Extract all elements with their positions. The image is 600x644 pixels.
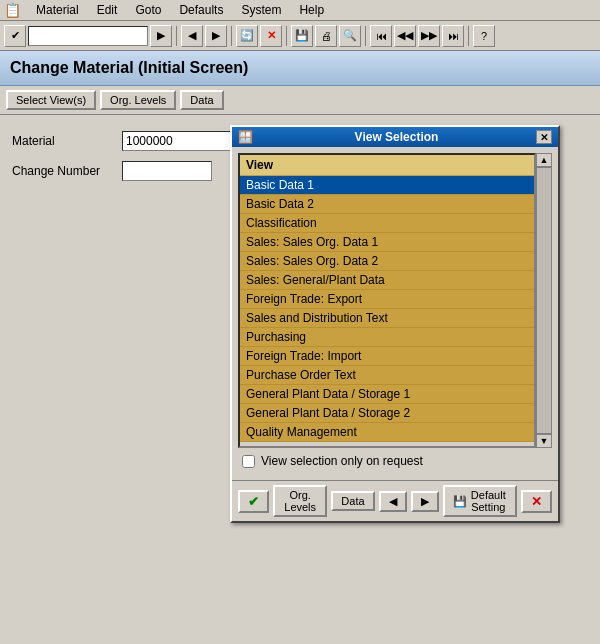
next-btn[interactable]: ▶▶: [418, 25, 440, 47]
sep4: [365, 26, 366, 46]
print-btn[interactable]: 🖨: [315, 25, 337, 47]
list-item[interactable]: General Plant Data / Storage 2: [240, 404, 534, 423]
sep5: [468, 26, 469, 46]
command-field[interactable]: [28, 26, 148, 46]
list-item[interactable]: Basic Data 1: [240, 176, 534, 195]
enter-button[interactable]: ▶: [150, 25, 172, 47]
nav-forward[interactable]: ▶: [205, 25, 227, 47]
last-btn[interactable]: ⏭: [442, 25, 464, 47]
list-item[interactable]: Classification: [240, 214, 534, 233]
list-item[interactable]: Quality Management: [240, 423, 534, 442]
list-item[interactable]: Purchase Order Text: [240, 366, 534, 385]
scroll-down-button[interactable]: ▼: [536, 434, 552, 448]
first-btn[interactable]: ⏮: [370, 25, 392, 47]
action-bar: Select View(s) Org. Levels Data: [0, 86, 600, 115]
change-number-label: Change Number: [12, 164, 122, 178]
sep3: [286, 26, 287, 46]
org-levels-button[interactable]: Org. Levels: [100, 90, 176, 110]
dialog-icon: 🪟: [238, 130, 253, 144]
list-item[interactable]: Sales: Sales Org. Data 1: [240, 233, 534, 252]
change-number-input[interactable]: [122, 161, 212, 181]
menu-goto[interactable]: Goto: [132, 2, 164, 18]
list-item[interactable]: Basic Data 2: [240, 195, 534, 214]
main-content: Material Change Number 🪟 View Selection …: [0, 115, 600, 207]
x-icon: ✕: [531, 494, 542, 509]
app-icon: 📋: [4, 2, 21, 18]
view-selection-checkbox-label[interactable]: View selection only on request: [261, 454, 423, 468]
save-small-icon: 💾: [453, 495, 467, 508]
back-button[interactable]: ✔: [4, 25, 26, 47]
view-selection-dialog: 🪟 View Selection ✕ View Basic Data 1 Bas…: [230, 125, 560, 523]
save-btn[interactable]: 💾: [291, 25, 313, 47]
list-item[interactable]: Sales: General/Plant Data: [240, 271, 534, 290]
list-item[interactable]: Purchasing: [240, 328, 534, 347]
list-item[interactable]: Sales and Distribution Text: [240, 309, 534, 328]
menu-defaults[interactable]: Defaults: [176, 2, 226, 18]
select-views-button[interactable]: Select View(s): [6, 90, 96, 110]
material-label: Material: [12, 134, 122, 148]
default-setting-button[interactable]: 💾 Default Setting: [443, 485, 517, 517]
cancel-button[interactable]: ✕: [521, 490, 552, 513]
confirm-button[interactable]: ✔: [238, 490, 269, 513]
list-item[interactable]: Foreign Trade: Export: [240, 290, 534, 309]
list-item[interactable]: General Plant Data / Storage 1: [240, 385, 534, 404]
sep1: [176, 26, 177, 46]
dialog-footer: ✔ Org. Levels Data ◀ ▶ 💾 Default Setting…: [232, 480, 558, 521]
page-up-button[interactable]: ◀: [379, 491, 407, 512]
find-btn[interactable]: 🔍: [339, 25, 361, 47]
list-item[interactable]: Foreign Trade: Import: [240, 347, 534, 366]
view-list-wrapper: View Basic Data 1 Basic Data 2 Classific…: [238, 153, 552, 448]
view-selection-checkbox[interactable]: [242, 455, 255, 468]
menu-system[interactable]: System: [238, 2, 284, 18]
help-btn[interactable]: ?: [473, 25, 495, 47]
menu-material[interactable]: Material: [33, 2, 82, 18]
dialog-titlebar: 🪟 View Selection ✕: [232, 127, 558, 147]
menu-help[interactable]: Help: [296, 2, 327, 18]
stop-btn[interactable]: ✕: [260, 25, 282, 47]
footer-data-button[interactable]: Data: [331, 491, 374, 511]
page-title: Change Material (Initial Screen): [0, 51, 600, 86]
checkmark-icon: ✔: [248, 494, 259, 509]
view-column-header: View: [240, 155, 534, 176]
scroll-up-button[interactable]: ▲: [536, 153, 552, 167]
data-button[interactable]: Data: [180, 90, 223, 110]
list-item[interactable]: Sales: Sales Org. Data 2: [240, 252, 534, 271]
default-setting-label: Default Setting: [470, 489, 507, 513]
dialog-close-button[interactable]: ✕: [536, 130, 552, 144]
menu-bar: 📋 Material Edit Goto Defaults System Hel…: [0, 0, 600, 21]
dialog-title: View Selection: [355, 130, 439, 144]
refresh-btn[interactable]: 🔄: [236, 25, 258, 47]
menu-edit[interactable]: Edit: [94, 2, 121, 18]
view-list-scroll[interactable]: View Basic Data 1 Basic Data 2 Classific…: [238, 153, 536, 448]
prev-btn[interactable]: ◀◀: [394, 25, 416, 47]
page-down-button[interactable]: ▶: [411, 491, 439, 512]
dialog-body: View Basic Data 1 Basic Data 2 Classific…: [232, 147, 558, 480]
scroll-buttons: ▲ ▼: [536, 153, 552, 448]
footer-org-levels-button[interactable]: Org. Levels: [273, 485, 327, 517]
checkbox-row: View selection only on request: [238, 448, 552, 474]
toolbar: ✔ ▶ ◀ ▶ 🔄 ✕ 💾 🖨 🔍 ⏮ ◀◀ ▶▶ ⏭ ?: [0, 21, 600, 51]
sep2: [231, 26, 232, 46]
nav-back[interactable]: ◀: [181, 25, 203, 47]
